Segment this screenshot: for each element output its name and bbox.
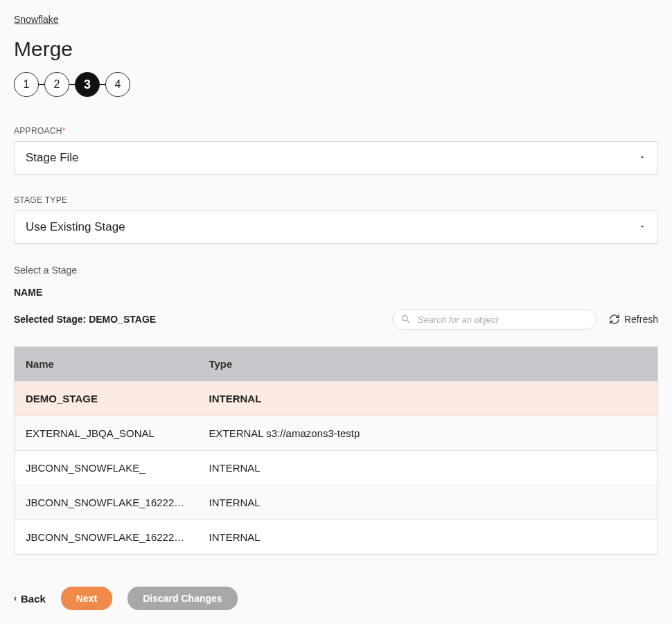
stage-type-select[interactable]: Use Existing Stage bbox=[14, 211, 658, 244]
step-connector bbox=[69, 84, 75, 85]
refresh-label: Refresh bbox=[624, 314, 658, 325]
cell-name: JBCONN_SNOWFLAKE_1622272828… bbox=[15, 485, 197, 519]
approach-select-value: Stage File bbox=[26, 151, 79, 165]
cell-name: EXTERNAL_JBQA_SONAL bbox=[15, 416, 197, 450]
table-row[interactable]: EXTERNAL_JBQA_SONALEXTERNAL s3://amazons… bbox=[15, 416, 657, 450]
field-label-stage-type: STAGE TYPE bbox=[14, 195, 658, 205]
chevron-down-icon bbox=[638, 222, 646, 233]
cell-type: INTERNAL bbox=[197, 520, 657, 554]
cell-name: DEMO_STAGE bbox=[15, 382, 197, 416]
back-button[interactable]: ‹ Back bbox=[14, 593, 46, 605]
selected-stage-text: Selected Stage: DEMO_STAGE bbox=[14, 314, 156, 325]
step-1[interactable]: 1 bbox=[14, 72, 39, 97]
step-2[interactable]: 2 bbox=[44, 72, 69, 97]
select-stage-label: Select a Stage bbox=[14, 265, 658, 276]
search-icon bbox=[400, 314, 412, 325]
cell-type: INTERNAL bbox=[197, 451, 657, 485]
step-3[interactable]: 3 bbox=[75, 72, 100, 97]
stepper: 1234 bbox=[14, 72, 658, 97]
cell-type: INTERNAL bbox=[197, 382, 657, 416]
name-label: NAME bbox=[14, 287, 658, 298]
discard-button[interactable]: Discard Changes bbox=[127, 587, 237, 610]
stage-type-select-value: Use Existing Stage bbox=[26, 220, 125, 234]
chevron-left-icon: ‹ bbox=[14, 594, 17, 603]
stage-table: Name Type DEMO_STAGEINTERNALEXTERNAL_JBQ… bbox=[14, 346, 658, 555]
field-label-approach: APPROACH* bbox=[14, 126, 658, 136]
refresh-icon bbox=[609, 314, 620, 325]
table-body[interactable]: DEMO_STAGEINTERNALEXTERNAL_JBQA_SONALEXT… bbox=[15, 381, 657, 554]
table-row[interactable]: JBCONN_SNOWFLAKE_1622272828…INTERNAL bbox=[15, 485, 657, 519]
table-row[interactable]: JBCONN_SNOWFLAKE_1622273060…INTERNAL bbox=[15, 519, 657, 554]
table-row[interactable]: JBCONN_SNOWFLAKE_INTERNAL bbox=[15, 450, 657, 485]
step-connector bbox=[39, 84, 44, 85]
approach-select[interactable]: Stage File bbox=[14, 141, 658, 175]
search-input[interactable] bbox=[392, 309, 596, 330]
table-header-name: Name bbox=[15, 347, 197, 381]
breadcrumb-link-snowflake[interactable]: Snowflake bbox=[14, 14, 59, 25]
table-header-type: Type bbox=[197, 347, 657, 381]
cell-type: EXTERNAL s3://amazons3-testp bbox=[197, 416, 657, 450]
refresh-button[interactable]: Refresh bbox=[609, 314, 658, 325]
next-button[interactable]: Next bbox=[61, 587, 112, 610]
step-connector bbox=[100, 84, 105, 85]
step-4[interactable]: 4 bbox=[105, 72, 130, 97]
chevron-down-icon bbox=[638, 153, 646, 163]
page-title: Merge bbox=[14, 37, 658, 61]
table-header: Name Type bbox=[15, 347, 657, 381]
cell-name: JBCONN_SNOWFLAKE_ bbox=[15, 451, 197, 485]
table-row[interactable]: DEMO_STAGEINTERNAL bbox=[15, 381, 657, 416]
cell-type: INTERNAL bbox=[197, 485, 657, 519]
cell-name: JBCONN_SNOWFLAKE_1622273060… bbox=[15, 520, 197, 554]
